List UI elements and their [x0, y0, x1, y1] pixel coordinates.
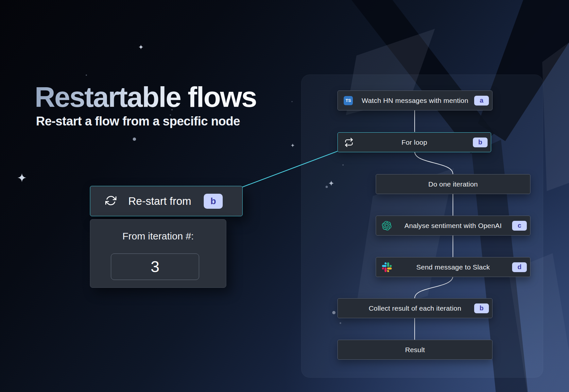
node-label: Send message to Slack — [376, 257, 530, 277]
page-title: Restartable flows — [35, 82, 256, 112]
node-label: Watch HN messages with mention — [338, 91, 492, 110]
restart-badge: b — [204, 194, 223, 209]
node-label: For loop — [338, 133, 491, 152]
iteration-panel: From iteration #: — [90, 219, 226, 288]
restart-from-node[interactable]: Re-start from b — [90, 186, 243, 216]
restart-from-label: Re-start from — [123, 186, 197, 216]
node-label: Result — [338, 340, 492, 359]
flow-node-result[interactable]: Result — [337, 340, 492, 360]
flow-node-do-one-iteration[interactable]: Do one iteration — [376, 174, 530, 194]
page-subtitle: Re-start a flow from a specific node — [36, 114, 240, 128]
flow-node-collect-results[interactable]: Collect result of each iteration b — [337, 298, 492, 318]
node-badge: b — [474, 303, 489, 313]
node-label: Do one iteration — [376, 174, 530, 194]
node-badge: c — [512, 221, 527, 231]
node-badge: d — [512, 262, 527, 272]
iteration-number-input[interactable] — [111, 253, 199, 280]
refresh-cw-icon — [105, 195, 116, 207]
node-badge: b — [473, 138, 488, 147]
node-label: Analyse sentiment with OpenAI — [376, 216, 530, 235]
node-badge: a — [474, 96, 489, 106]
flow-node-send-slack[interactable]: Send message to Slack d — [376, 257, 530, 277]
flow-node-watch-hn-messages[interactable]: TS Watch HN messages with mention a — [337, 90, 492, 110]
flow-node-for-loop[interactable]: For loop b — [337, 132, 491, 152]
flow-node-analyse-sentiment[interactable]: Analyse sentiment with OpenAI c — [376, 216, 530, 236]
iteration-label: From iteration #: — [90, 231, 226, 242]
node-label: Collect result of each iteration — [338, 299, 492, 318]
